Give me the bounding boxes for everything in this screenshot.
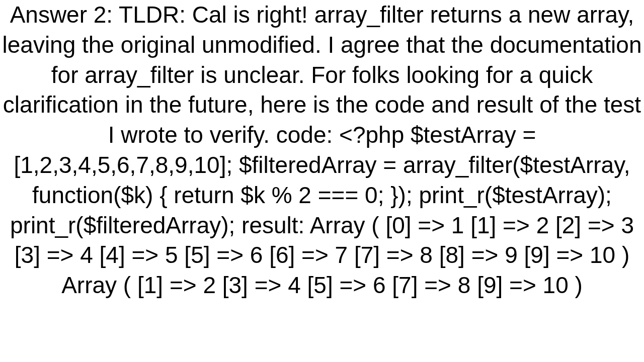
answer-content: Answer 2: TLDR: Cal is right! array_filt… [0, 0, 644, 362]
answer-text: Answer 2: TLDR: Cal is right! array_filt… [0, 0, 644, 301]
